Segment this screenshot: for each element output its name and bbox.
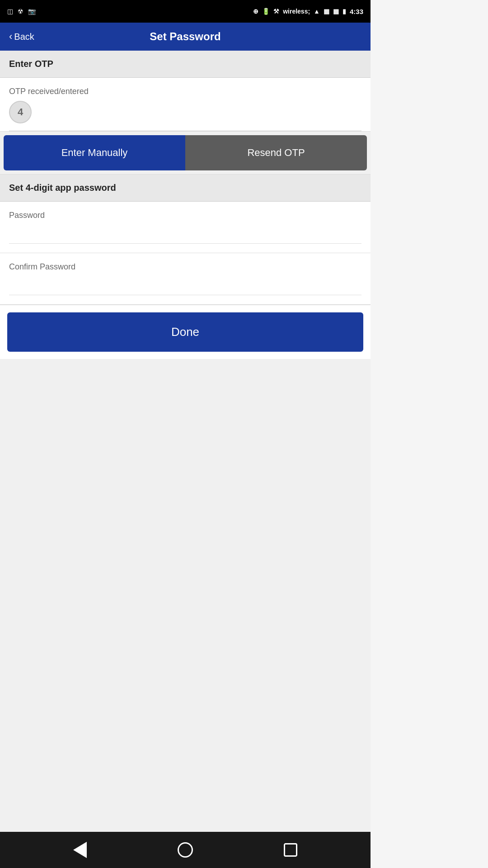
signal1-icon: ▦: [324, 8, 329, 15]
password-section-header: Set 4-digit app password: [0, 175, 371, 202]
password-label: Password: [9, 211, 361, 220]
status-bar: ◫ ☢ 📷 ⊕ 🔋 ⚒ wireless; ▲ ▦ ▦ ▮ 4:33: [0, 0, 371, 23]
nav-home-button[interactable]: [174, 839, 197, 861]
battery-icon: ▮: [343, 8, 346, 15]
done-button-container: Done: [0, 305, 371, 359]
status-icons-left: ◫ ☢ 📷: [7, 8, 36, 15]
main-content: Enter OTP OTP received/entered 4 Enter M…: [0, 51, 371, 832]
back-button[interactable]: ‹ Back: [9, 31, 34, 42]
password-field-container: Password: [0, 202, 371, 253]
password-section-title: Set 4-digit app password: [9, 183, 116, 193]
wifi-icon: ▲: [314, 8, 320, 15]
back-label: Back: [14, 32, 34, 42]
password-input[interactable]: [9, 225, 361, 244]
otp-input[interactable]: [37, 107, 361, 118]
status-icons-right: ⊕ 🔋 ⚒ wireless; ▲ ▦ ▦ ▮ 4:33: [253, 8, 363, 15]
otp-button-row: Enter Manually Resend OTP: [0, 132, 371, 175]
message-icon: ◫: [7, 8, 13, 15]
done-button[interactable]: Done: [7, 312, 363, 352]
otp-section-header: Enter OTP: [0, 51, 371, 78]
otp-badge: 4: [9, 101, 32, 123]
nav-back-icon: [73, 842, 87, 858]
signal2-icon: ▦: [333, 8, 339, 15]
image-icon: 📷: [28, 8, 36, 15]
header: ‹ Back Set Password: [0, 23, 371, 51]
add-circle-icon: ⊕: [253, 8, 258, 15]
page-title: Set Password: [150, 30, 221, 43]
confirm-password-input[interactable]: [9, 276, 361, 295]
otp-section-title: Enter OTP: [9, 59, 53, 69]
back-arrow-icon: ‹: [9, 31, 12, 42]
vibrate-icon: 🔋: [262, 8, 270, 15]
resend-otp-button[interactable]: Resend OTP: [185, 135, 367, 170]
nav-bar: [0, 832, 371, 868]
alarm-icon: ⚒: [273, 8, 279, 15]
confirm-password-label: Confirm Password: [9, 262, 361, 272]
otp-field-label: OTP received/entered: [9, 87, 361, 96]
whatsapp-icon: ☢: [18, 8, 23, 15]
enter-manually-button[interactable]: Enter Manually: [4, 135, 185, 170]
confirm-password-field-container: Confirm Password: [0, 253, 371, 305]
nav-recents-icon: [284, 843, 297, 857]
nav-recents-button[interactable]: [279, 839, 302, 861]
nav-back-button[interactable]: [69, 839, 91, 861]
time-display: 4:33: [350, 8, 363, 15]
otp-field-container: OTP received/entered 4: [0, 78, 371, 132]
wifi-icon: wireless;: [283, 8, 310, 15]
otp-input-row: 4: [9, 101, 361, 131]
nav-home-icon: [178, 842, 193, 858]
